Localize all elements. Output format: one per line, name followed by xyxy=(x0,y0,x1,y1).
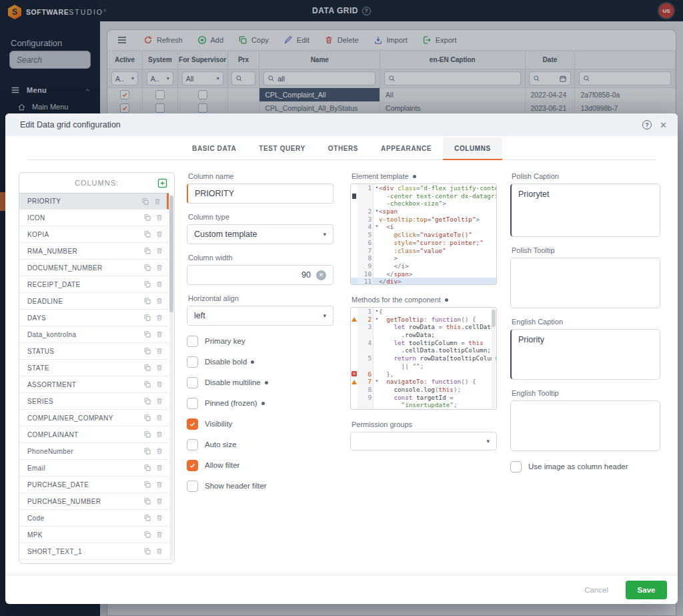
element-template-editor[interactable]: 1▾<div class="d-flex justify-content -ce… xyxy=(350,184,497,285)
checkbox-show-header-filter[interactable]: Show header filter xyxy=(187,480,333,492)
copy-icon[interactable] xyxy=(143,397,151,405)
checkbox-disable-bold[interactable]: Disable bold xyxy=(187,356,333,368)
polish-tooltip-textarea[interactable] xyxy=(510,258,660,308)
tab-others[interactable]: OTHERS xyxy=(317,137,370,160)
trash-icon[interactable] xyxy=(155,514,163,522)
column-list-item[interactable]: STATUS xyxy=(19,343,169,360)
column-list-item[interactable]: Email xyxy=(19,460,169,477)
copy-icon[interactable] xyxy=(143,464,151,472)
checkbox-box[interactable] xyxy=(187,398,198,409)
trash-icon[interactable] xyxy=(155,430,163,438)
column-list-item[interactable]: KOPIA xyxy=(19,226,169,243)
checkbox-use-image-as-column-header[interactable]: Use image as column header xyxy=(510,460,660,473)
column-name-input[interactable]: PRIORITY xyxy=(187,184,333,204)
tab-basic-data[interactable]: BASIC DATA xyxy=(181,137,247,160)
trash-icon[interactable] xyxy=(155,347,163,355)
trash-icon[interactable] xyxy=(155,380,163,388)
trash-icon[interactable] xyxy=(155,214,163,222)
checkbox-primary-key[interactable]: Primary key xyxy=(187,335,333,347)
column-list-item[interactable]: PURCHASE_NUMBER xyxy=(19,493,169,510)
column-list-item[interactable]: DEADLINE xyxy=(19,293,169,310)
trash-icon[interactable] xyxy=(155,547,163,555)
clear-icon[interactable]: ✕ xyxy=(316,270,326,280)
horizontal-align-select[interactable]: left▾ xyxy=(187,306,333,326)
trash-icon[interactable] xyxy=(153,198,161,206)
column-list-item[interactable]: COMPLAINANT xyxy=(19,426,169,443)
checkbox-pinned-frozen-[interactable]: Pinned (frozen) xyxy=(187,397,333,409)
copy-icon[interactable] xyxy=(143,297,151,305)
column-list-item[interactable]: ICON xyxy=(19,210,169,226)
save-button[interactable]: Save xyxy=(626,581,667,599)
copy-icon[interactable] xyxy=(141,198,149,206)
checkbox-box[interactable] xyxy=(187,336,198,347)
checkbox-visibility[interactable]: Visibility xyxy=(187,418,333,430)
checkbox-box[interactable] xyxy=(187,418,198,430)
column-list-item[interactable]: RECEIPT_DATE xyxy=(19,276,169,293)
polish-caption-textarea[interactable]: Priorytet xyxy=(510,184,660,237)
english-tooltip-textarea[interactable] xyxy=(510,400,660,451)
trash-icon[interactable] xyxy=(155,280,163,288)
english-caption-textarea[interactable]: Priority xyxy=(510,329,660,380)
column-list-item[interactable]: COMPLAINER_COMPANY xyxy=(19,410,169,426)
column-list-item[interactable]: DAYS xyxy=(19,310,169,326)
checkbox-box[interactable] xyxy=(187,481,198,492)
copy-icon[interactable] xyxy=(143,531,151,539)
copy-icon[interactable] xyxy=(143,447,151,455)
checkbox-box[interactable] xyxy=(187,377,198,388)
cancel-button[interactable]: Cancel xyxy=(584,586,608,594)
copy-icon[interactable] xyxy=(143,314,151,322)
tab-columns[interactable]: COLUMNS xyxy=(443,137,502,160)
checkbox-auto-size[interactable]: Auto size xyxy=(187,438,333,450)
column-list-item[interactable]: SERIES xyxy=(19,393,169,410)
copy-icon[interactable] xyxy=(143,264,151,272)
trash-icon[interactable] xyxy=(155,481,163,489)
copy-icon[interactable] xyxy=(143,280,151,288)
checkbox-box[interactable] xyxy=(187,356,198,368)
columns-list-scrollbar[interactable] xyxy=(169,194,173,561)
copy-icon[interactable] xyxy=(143,481,151,489)
column-list-item[interactable]: MPK xyxy=(19,527,169,543)
checkbox-box[interactable] xyxy=(187,439,198,450)
column-list-item[interactable]: Code xyxy=(19,510,169,527)
column-list-item[interactable]: ASSORTMENT xyxy=(19,376,169,393)
copy-icon[interactable] xyxy=(143,430,151,438)
editor-scrollbar[interactable] xyxy=(492,308,496,408)
trash-icon[interactable] xyxy=(155,247,163,255)
column-width-input[interactable]: 90✕ xyxy=(187,265,333,285)
trash-icon[interactable] xyxy=(155,464,163,472)
copy-icon[interactable] xyxy=(143,497,151,505)
column-list-item[interactable]: PhoneNumber xyxy=(19,443,169,460)
trash-icon[interactable] xyxy=(155,497,163,505)
copy-icon[interactable] xyxy=(143,247,151,255)
column-type-select[interactable]: Custom template▾ xyxy=(187,224,333,244)
copy-icon[interactable] xyxy=(143,230,151,238)
copy-icon[interactable] xyxy=(143,380,151,388)
column-list-item[interactable]: RMA_NUMBER xyxy=(19,243,169,260)
copy-icon[interactable] xyxy=(143,347,151,355)
modal-close-icon[interactable]: ✕ xyxy=(660,121,667,129)
add-column-button[interactable] xyxy=(157,178,167,188)
tab-test-query[interactable]: TEST QUERY xyxy=(247,137,317,160)
trash-icon[interactable] xyxy=(155,230,163,238)
copy-icon[interactable] xyxy=(143,330,151,338)
checkbox-disable-multiline[interactable]: Disable multiline xyxy=(187,376,333,388)
trash-icon[interactable] xyxy=(155,314,163,322)
tab-appearance[interactable]: APPEARANCE xyxy=(370,137,443,160)
methods-editor[interactable]: 1▾{2▾ getTooltip: function() {3 let rowD… xyxy=(350,307,497,410)
column-list-item[interactable]: STATE xyxy=(19,360,169,376)
column-list-item[interactable]: SHORT_TEXT_1 xyxy=(19,543,169,560)
copy-icon[interactable] xyxy=(143,364,151,372)
trash-icon[interactable] xyxy=(155,364,163,372)
column-list-item[interactable]: Data_kontrolna xyxy=(19,326,169,343)
copy-icon[interactable] xyxy=(143,214,151,222)
copy-icon[interactable] xyxy=(143,514,151,522)
trash-icon[interactable] xyxy=(155,264,163,272)
checkbox-box[interactable] xyxy=(187,460,198,471)
checkbox-box[interactable] xyxy=(510,461,522,473)
permission-groups-select[interactable]: ▾ xyxy=(350,432,497,450)
column-list-item[interactable]: DOCUMENT_NUMBER xyxy=(19,260,169,276)
trash-icon[interactable] xyxy=(155,297,163,305)
trash-icon[interactable] xyxy=(155,447,163,455)
column-list-item[interactable]: PURCHASE_DATE xyxy=(19,477,169,493)
column-list-item[interactable]: PRIORITY xyxy=(19,193,169,210)
